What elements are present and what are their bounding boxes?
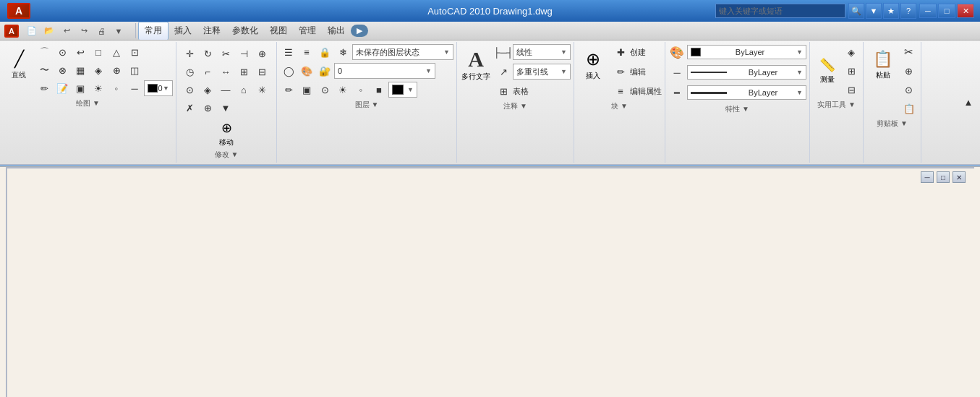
new-button[interactable]: 📄 — [24, 23, 40, 39]
properties-dropdown-arrow[interactable]: ▼ — [742, 105, 749, 113]
stretch-button[interactable]: ↔ — [217, 63, 234, 80]
boundary-button[interactable]: 📝 — [54, 80, 71, 97]
print-button[interactable]: 🖨 — [93, 23, 109, 39]
menu-item-output[interactable]: 输出 — [322, 22, 351, 39]
menu-item-parametric[interactable]: 参数化 — [226, 22, 264, 39]
layer-off-button[interactable]: ◯ — [280, 62, 297, 80]
mleader-dropdown[interactable]: 多重引线 ▼ — [513, 64, 571, 80]
quickaccess-dropdown[interactable]: ▼ — [111, 23, 127, 39]
circle-button[interactable]: ⊙ — [54, 43, 71, 61]
measure-button[interactable]: 📏 测量 — [813, 53, 842, 89]
layer-color-button[interactable]: 🎨 — [298, 62, 315, 80]
rotate-button[interactable]: ↻ — [199, 45, 216, 62]
layer-isolate-button[interactable]: 🔒 — [316, 43, 333, 61]
draw-dropdown-arrow[interactable]: ▼ — [93, 99, 100, 107]
menu-item-annotate[interactable]: 注释 — [197, 22, 226, 39]
arc-button[interactable]: ↩ — [72, 43, 89, 61]
break-button[interactable]: — — [217, 81, 234, 98]
menu-item-home[interactable]: 常用 — [138, 22, 169, 40]
line-tool-button[interactable]: ╱ 直线 — [3, 43, 35, 87]
help-button[interactable]: ? — [900, 3, 916, 19]
copy-clipboard-button[interactable]: ⊕ — [900, 62, 918, 80]
layer-state-dropdown[interactable]: 未保存的图层状态 ▼ — [352, 44, 453, 60]
linetype-icon-button[interactable]: ─ — [668, 64, 686, 81]
spline-button[interactable]: 〜 — [35, 61, 53, 79]
color-dropdown[interactable]: 0 ▼ — [144, 80, 173, 96]
menu-item-more[interactable]: ▶ — [351, 25, 368, 37]
xref-button[interactable]: ◫ — [126, 61, 143, 79]
layer-merge-button[interactable]: ■ — [370, 81, 388, 98]
search-input[interactable] — [715, 4, 845, 18]
clipboard-dropdown-arrow[interactable]: ▼ — [900, 119, 908, 127]
utilities-btn3[interactable]: ⊟ — [843, 81, 860, 98]
edit-block-button[interactable]: ✏ — [612, 63, 629, 80]
color-icon-button[interactable]: 🎨 — [668, 43, 686, 61]
scale-button[interactable]: ⊞ — [235, 63, 252, 80]
chamfer-button[interactable]: ◈ — [199, 81, 216, 98]
layer-thaw-button[interactable]: ▣ — [298, 81, 315, 98]
layer-dropdown-arrow[interactable]: ▼ — [371, 101, 378, 108]
move2-button[interactable]: ⊕ — [199, 99, 216, 116]
join-button[interactable]: ⌂ — [235, 81, 252, 98]
open-button[interactable]: 📂 — [41, 23, 57, 39]
autocad-menu-logo[interactable]: A — [4, 25, 19, 38]
cut-button[interactable]: ✂ — [900, 43, 918, 61]
construction-line-button[interactable]: ─ — [126, 80, 143, 97]
insert-block-button[interactable]: ⊕ 插入 — [577, 43, 609, 87]
layer-lock-button[interactable]: 🔐 — [316, 62, 333, 80]
create-block-button[interactable]: ✚ — [612, 43, 629, 61]
layer-match-button[interactable]: ≡ — [298, 43, 315, 61]
matchprop-button[interactable]: ⊙ — [900, 81, 918, 98]
canvas-minimize-button[interactable]: ─ — [921, 171, 934, 183]
linear-dim-button[interactable]: ├─┤ — [495, 43, 512, 61]
multiline-text-button[interactable]: A 多行文字 — [460, 43, 492, 87]
layer-delete-button[interactable]: ◦ — [352, 81, 370, 98]
block-btn[interactable]: ⊕ — [108, 61, 125, 79]
paste-button[interactable]: 📋 粘贴 — [867, 43, 899, 87]
ray-button[interactable]: ◦ — [108, 80, 125, 97]
search-dropdown-button[interactable]: ▼ — [866, 3, 882, 19]
polygon-button[interactable]: △ — [108, 43, 125, 61]
array-button[interactable]: ⊟ — [253, 63, 270, 80]
point-button[interactable]: ⊗ — [54, 61, 71, 79]
move-large-button[interactable]: ⊕ 移动 — [213, 119, 239, 148]
paste-special-button[interactable]: 📋 — [900, 100, 918, 117]
linescale-dropdown[interactable]: 线性 ▼ — [513, 44, 571, 60]
close-button[interactable]: ✕ — [957, 4, 974, 18]
lineweight-icon-button[interactable]: ━ — [668, 84, 686, 101]
modify-dropdown-arrow[interactable]: ▼ — [231, 150, 238, 158]
star-button[interactable]: ★ — [883, 3, 899, 19]
utilities-dropdown-arrow[interactable]: ▼ — [848, 101, 856, 108]
utilities-btn2[interactable]: ⊞ — [843, 62, 860, 80]
layer-freeze-button[interactable]: ❄ — [334, 43, 351, 61]
undo-button[interactable]: ↩ — [59, 23, 74, 39]
move-button[interactable]: ✛ — [181, 45, 198, 62]
erase-button[interactable]: ✗ — [181, 99, 198, 116]
rectangle-button[interactable]: □ — [90, 43, 107, 61]
ribbon-minimize-button[interactable]: ▲ — [960, 94, 977, 111]
canvas-restore-button[interactable]: □ — [937, 171, 950, 183]
edit-attr-button[interactable]: ≡ — [612, 82, 629, 100]
layer-color-swatch[interactable]: ▼ — [388, 82, 417, 98]
wipeout-button[interactable]: ☀ — [90, 80, 107, 97]
mirror-button[interactable]: ◷ — [181, 63, 198, 80]
explode-button[interactable]: ✳ — [253, 81, 270, 98]
layer-properties-button[interactable]: ☰ — [280, 43, 297, 61]
menu-item-insert[interactable]: 插入 — [169, 22, 197, 39]
modify-more-button[interactable]: ▼ — [217, 99, 234, 116]
menu-item-manage[interactable]: 管理 — [293, 22, 322, 39]
hatch-button[interactable]: ▦ — [72, 61, 89, 79]
search-button[interactable]: 🔍 — [848, 3, 864, 19]
extend-button[interactable]: ⊣ — [235, 45, 252, 62]
block-dropdown-arrow[interactable]: ▼ — [621, 102, 628, 110]
layer-name-dropdown[interactable]: 0 ▼ — [334, 63, 435, 79]
surface-button[interactable]: ▣ — [72, 80, 89, 97]
trim-button[interactable]: ✂ — [217, 45, 234, 62]
region-button[interactable]: ◈ — [90, 61, 107, 79]
fillet-button[interactable]: ⌐ — [199, 63, 216, 80]
minimize-button[interactable]: ─ — [919, 4, 937, 18]
linetype-dropdown[interactable]: ByLayer ▼ — [687, 65, 806, 80]
menu-item-view[interactable]: 视图 — [264, 22, 293, 39]
annotation-dropdown-arrow[interactable]: ▼ — [520, 102, 527, 110]
utilities-btn1[interactable]: ◈ — [843, 43, 860, 61]
